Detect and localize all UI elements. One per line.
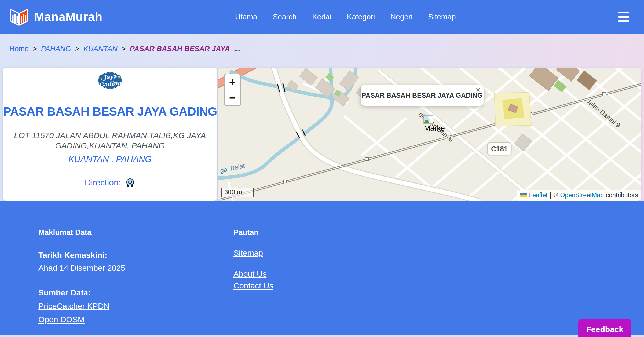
data-source-label: Sumber Data: bbox=[38, 288, 125, 297]
nav-item-kedai[interactable]: Kedai bbox=[312, 13, 331, 21]
pricecatcher-link[interactable]: PriceCatcher KPDN bbox=[38, 302, 109, 311]
store-address-line2: GADING,KUANTAN, PAHANG bbox=[3, 141, 217, 151]
manamurah-logo-icon bbox=[9, 7, 29, 27]
feedback-button[interactable]: Feedback bbox=[578, 319, 631, 337]
breadcrumb-ellipsis: ... bbox=[234, 45, 240, 53]
footer-about-link[interactable]: About Us bbox=[233, 269, 266, 279]
openstreetmap-link[interactable]: OpenStreetMap bbox=[560, 192, 603, 199]
direction-label: Direction: bbox=[85, 178, 121, 188]
breadcrumb: Home > PAHANG > KUANTAN > PASAR BASAH BE… bbox=[9, 45, 240, 53]
footer: Maklumat Data Tarikh Kemaskini: Ahad 14 … bbox=[0, 201, 644, 335]
map-zoom-control: + − bbox=[224, 74, 241, 106]
breadcrumb-district[interactable]: KUANTAN bbox=[83, 45, 118, 53]
store-title: PASAR BASAH BESAR JAYA GADING bbox=[3, 105, 217, 119]
nav-item-search[interactable]: Search bbox=[273, 13, 297, 21]
update-date-label: Tarikh Kemaskini: bbox=[38, 251, 125, 260]
nav-item-sitemap[interactable]: Sitemap bbox=[428, 13, 456, 21]
header: ManaMurah Utama Search Kedai Kategori Ne… bbox=[0, 0, 644, 34]
breadcrumb-separator: > bbox=[75, 45, 79, 53]
map-marker[interactable]: Marker bbox=[423, 115, 445, 136]
footer-column-maklumat: Maklumat Data Tarikh Kemaskini: Ahad 14 … bbox=[38, 228, 125, 324]
footer-contact-link[interactable]: Contact Us bbox=[233, 281, 273, 290]
page-bottom-strip bbox=[0, 335, 644, 337]
popup-close-icon[interactable]: × bbox=[475, 85, 480, 94]
footer-heading-maklumat: Maklumat Data bbox=[38, 228, 125, 237]
breadcrumb-separator: > bbox=[33, 45, 37, 53]
attribution-divider: | bbox=[550, 192, 551, 199]
marker-alt-text: Marker bbox=[424, 124, 445, 133]
zoom-in-button[interactable]: + bbox=[225, 74, 240, 90]
brand-logo[interactable]: ManaMurah bbox=[9, 7, 103, 27]
zoom-out-button[interactable]: − bbox=[225, 90, 240, 105]
broken-image-icon bbox=[423, 115, 445, 124]
breadcrumb-state[interactable]: PAHANG bbox=[41, 45, 71, 53]
store-address-line1: LOT 11570 JALAN ABDUL RAHMAN TALIB,KG JA… bbox=[3, 130, 217, 141]
leaflet-link[interactable]: Leaflet bbox=[529, 192, 547, 199]
breadcrumb-separator: > bbox=[122, 45, 126, 53]
road-shield-label: C181 bbox=[491, 145, 508, 153]
nav-item-utama[interactable]: Utama bbox=[235, 13, 257, 21]
attribution-copyright: © bbox=[554, 192, 558, 199]
ukraine-flag-icon bbox=[520, 193, 527, 197]
store-badge-image: Jaya Gading ★ ★ bbox=[3, 71, 217, 91]
content-area: Home > PAHANG > KUANTAN > PASAR BASAH BE… bbox=[0, 34, 644, 201]
state-link[interactable]: PAHANG bbox=[116, 154, 152, 164]
attribution-contributors: contributors bbox=[606, 192, 638, 199]
store-card: Jaya Gading ★ ★ PASAR BASAH BESAR JAYA G… bbox=[3, 68, 217, 201]
badge-star-left: ★ bbox=[100, 77, 103, 81]
waze-icon[interactable] bbox=[125, 177, 136, 188]
brand-name: ManaMurah bbox=[34, 10, 103, 24]
map-popup: PASAR BASAH BESAR JAYA GADING × bbox=[361, 85, 484, 106]
badge-star-right: ★ bbox=[118, 75, 121, 79]
footer-sitemap-link[interactable]: Sitemap bbox=[233, 248, 263, 258]
store-geo-links: KUANTAN , PAHANG bbox=[3, 154, 217, 164]
geo-separator: , bbox=[111, 154, 114, 164]
district-link[interactable]: KUANTAN bbox=[68, 154, 109, 164]
breadcrumb-current: PASAR BASAH BESAR JAYA bbox=[130, 45, 230, 53]
footer-heading-pautan: Pautan bbox=[233, 228, 273, 237]
breadcrumb-home[interactable]: Home bbox=[9, 45, 29, 53]
update-date-value: Ahad 14 Disember 2025 bbox=[38, 263, 125, 273]
open-dosm-link[interactable]: Open DOSM bbox=[38, 315, 85, 324]
nav-item-kategori[interactable]: Kategori bbox=[347, 13, 375, 21]
nav-item-negeri[interactable]: Negeri bbox=[390, 13, 412, 21]
popup-title: PASAR BASAH BESAR JAYA GADING bbox=[361, 91, 482, 99]
main-nav: Utama Search Kedai Kategori Negeri Sitem… bbox=[235, 0, 456, 34]
map-attribution: Leaflet | © OpenStreetMap contributors bbox=[517, 190, 641, 201]
map-scale-bar: 300 m bbox=[221, 188, 254, 197]
hamburger-menu-icon[interactable] bbox=[618, 12, 629, 22]
footer-column-pautan: Pautan Sitemap About Us Contact Us bbox=[233, 228, 273, 290]
leaflet-map[interactable]: C181 gai Belat ding Sri Damai Jalan Dama… bbox=[218, 68, 641, 201]
direction-row: Direction: bbox=[3, 177, 217, 188]
store-address: LOT 11570 JALAN ABDUL RAHMAN TALIB,KG JA… bbox=[3, 130, 217, 151]
